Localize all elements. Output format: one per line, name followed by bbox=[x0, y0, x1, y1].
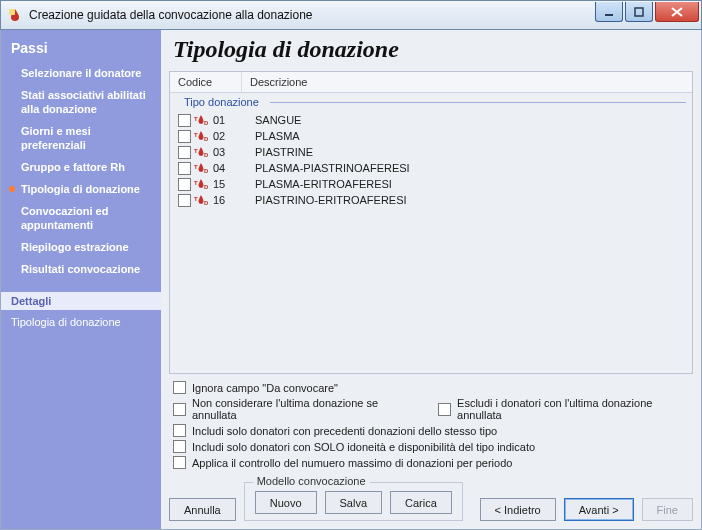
window-buttons bbox=[593, 2, 699, 22]
checkbox[interactable] bbox=[173, 440, 186, 453]
group-header: Tipo donazione bbox=[170, 93, 692, 110]
steps-header: Passi bbox=[11, 40, 151, 56]
blood-drop-icon: TD bbox=[193, 145, 209, 159]
model-group: Modello convocazione Nuovo Salva Carica bbox=[244, 482, 463, 521]
row-code: 02 bbox=[211, 130, 245, 142]
row-checkbox[interactable] bbox=[178, 194, 191, 207]
opt-same-type[interactable]: Includi solo donatori con precedenti don… bbox=[173, 424, 689, 437]
row-checkbox[interactable] bbox=[178, 162, 191, 175]
opt-label: Includi solo donatori con SOLO idoneità … bbox=[192, 441, 535, 453]
sidebar-step[interactable]: Selezionare il donatore bbox=[1, 62, 161, 84]
checkbox[interactable] bbox=[173, 403, 186, 416]
row-checkbox[interactable] bbox=[178, 178, 191, 191]
svg-rect-2 bbox=[635, 8, 643, 16]
sidebar-details: Dettagli Tipologia di donazione bbox=[1, 292, 161, 334]
col-code[interactable]: Codice bbox=[170, 72, 242, 92]
blood-drop-icon: TD bbox=[193, 177, 209, 191]
page-title: Tipologia di donazione bbox=[173, 36, 693, 63]
row-desc: PLASMA-PIASTRINOAFERESI bbox=[245, 162, 692, 174]
details-header: Dettagli bbox=[1, 292, 161, 310]
column-headers: Codice Descrizione bbox=[170, 72, 692, 93]
opt-max-donazioni[interactable]: Applica il controllo del numuero massimo… bbox=[173, 456, 689, 469]
checkbox[interactable] bbox=[438, 403, 451, 416]
svg-text:T: T bbox=[194, 180, 198, 186]
sidebar-step[interactable]: Riepilogo estrazione bbox=[1, 236, 161, 258]
row-desc: PLASMA-ERITROAFERESI bbox=[245, 178, 692, 190]
svg-text:D: D bbox=[204, 136, 208, 142]
svg-text:D: D bbox=[204, 120, 208, 126]
svg-text:T: T bbox=[194, 164, 198, 170]
sidebar-step[interactable]: Tipologia di donazione bbox=[1, 178, 161, 200]
svg-text:D: D bbox=[204, 168, 208, 174]
row-desc: PIASTRINO-ERITROAFERESI bbox=[245, 194, 692, 206]
details-body: Tipologia di donazione bbox=[1, 310, 161, 334]
row-checkbox[interactable] bbox=[178, 130, 191, 143]
row-desc: PIASTRINE bbox=[245, 146, 692, 158]
sidebar-step[interactable]: Stati associativi abilitati alla donazio… bbox=[1, 84, 161, 120]
svg-text:D: D bbox=[204, 184, 208, 190]
save-button[interactable]: Salva bbox=[325, 491, 383, 514]
titlebar: Creazione guidata della convocazione all… bbox=[0, 0, 702, 30]
table-row[interactable]: TD03PIASTRINE bbox=[170, 144, 692, 160]
opt-label: Applica il controllo del numuero massimo… bbox=[192, 457, 512, 469]
finish-button[interactable]: Fine bbox=[642, 498, 693, 521]
svg-text:T: T bbox=[194, 132, 198, 138]
svg-rect-0 bbox=[9, 9, 15, 15]
blood-drop-icon: TD bbox=[193, 193, 209, 207]
checkbox[interactable] bbox=[173, 424, 186, 437]
opt-solo-idoneita[interactable]: Includi solo donatori con SOLO idoneità … bbox=[173, 440, 689, 453]
sidebar-step[interactable]: Giorni e mesi preferenziali bbox=[1, 120, 161, 156]
row-code: 01 bbox=[211, 114, 245, 126]
type-rows: TD01SANGUETD02PLASMATD03PIASTRINETD04PLA… bbox=[170, 110, 692, 373]
client-area: Passi Selezionare il donatoreStati assoc… bbox=[0, 30, 702, 530]
next-button[interactable]: Avanti > bbox=[564, 498, 634, 521]
new-button[interactable]: Nuovo bbox=[255, 491, 317, 514]
checkbox[interactable] bbox=[173, 381, 186, 394]
row-code: 04 bbox=[211, 162, 245, 174]
col-desc[interactable]: Descrizione bbox=[242, 72, 692, 92]
row-code: 15 bbox=[211, 178, 245, 190]
blood-drop-icon: TD bbox=[193, 113, 209, 127]
main-panel: Tipologia di donazione Codice Descrizion… bbox=[161, 30, 701, 529]
donation-type-panel: Codice Descrizione Tipo donazione TD01SA… bbox=[169, 71, 693, 374]
sidebar-step[interactable]: Convocazioni ed appuntamenti bbox=[1, 200, 161, 236]
opt-label: Ignora campo "Da convocare" bbox=[192, 382, 338, 394]
svg-text:D: D bbox=[204, 200, 208, 206]
table-row[interactable]: TD02PLASMA bbox=[170, 128, 692, 144]
maximize-button[interactable] bbox=[625, 2, 653, 22]
svg-rect-1 bbox=[605, 14, 613, 16]
table-row[interactable]: TD15PLASMA-ERITROAFERESI bbox=[170, 176, 692, 192]
close-button[interactable] bbox=[655, 2, 699, 22]
svg-text:D: D bbox=[204, 152, 208, 158]
opt-label: Includi solo donatori con precedenti don… bbox=[192, 425, 497, 437]
minimize-button[interactable] bbox=[595, 2, 623, 22]
sidebar-step[interactable]: Gruppo e fattore Rh bbox=[1, 156, 161, 178]
checkbox[interactable] bbox=[173, 456, 186, 469]
steps-list: Selezionare il donatoreStati associativi… bbox=[1, 62, 161, 280]
svg-text:T: T bbox=[194, 116, 198, 122]
app-icon bbox=[7, 7, 23, 23]
row-code: 03 bbox=[211, 146, 245, 158]
table-row[interactable]: TD01SANGUE bbox=[170, 112, 692, 128]
table-row[interactable]: TD16PIASTRINO-ERITROAFERESI bbox=[170, 192, 692, 208]
load-button[interactable]: Carica bbox=[390, 491, 452, 514]
opt-label: Non considerare l'ultima donazione se an… bbox=[192, 397, 415, 421]
row-checkbox[interactable] bbox=[178, 146, 191, 159]
cancel-button[interactable]: Annulla bbox=[169, 498, 236, 521]
blood-drop-icon: TD bbox=[193, 161, 209, 175]
row-desc: SANGUE bbox=[245, 114, 692, 126]
back-button[interactable]: < Indietro bbox=[480, 498, 556, 521]
sidebar-step[interactable]: Risultati convocazione bbox=[1, 258, 161, 280]
svg-text:T: T bbox=[194, 148, 198, 154]
bottom-bar: Annulla Modello convocazione Nuovo Salva… bbox=[169, 472, 693, 521]
options-area: Ignora campo "Da convocare" Non consider… bbox=[169, 374, 693, 472]
sidebar: Passi Selezionare il donatoreStati assoc… bbox=[1, 30, 161, 529]
opt-ignore-da-convocare[interactable]: Ignora campo "Da convocare" bbox=[173, 381, 689, 394]
row-checkbox[interactable] bbox=[178, 114, 191, 127]
table-row[interactable]: TD04PLASMA-PIASTRINOAFERESI bbox=[170, 160, 692, 176]
model-group-legend: Modello convocazione bbox=[253, 475, 370, 487]
blood-drop-icon: TD bbox=[193, 129, 209, 143]
opt-label: Escludi i donatori con l'ultima donazion… bbox=[457, 397, 689, 421]
row-desc: PLASMA bbox=[245, 130, 692, 142]
svg-text:T: T bbox=[194, 196, 198, 202]
